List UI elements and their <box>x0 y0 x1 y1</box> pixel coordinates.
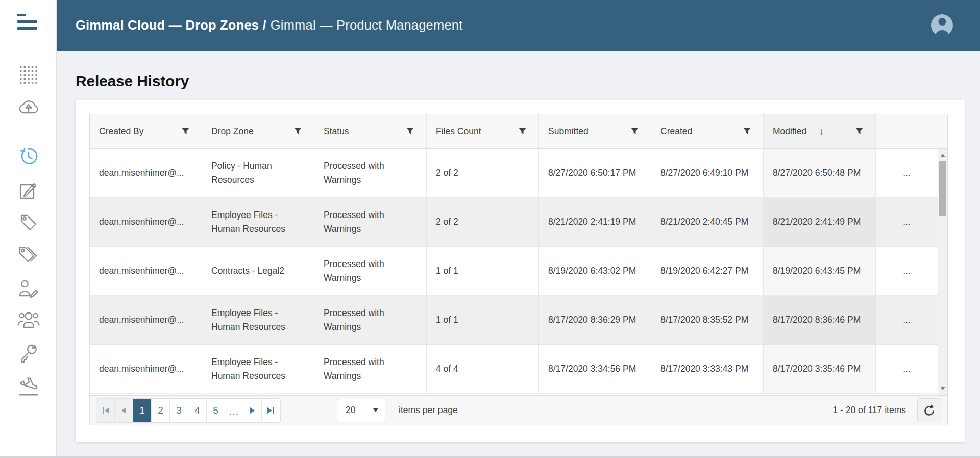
plane-landing-icon[interactable] <box>0 374 57 398</box>
cell-submitted: 8/27/2020 6:50:17 PM <box>539 149 651 197</box>
page-button-3[interactable]: 3 <box>170 399 188 422</box>
table-row[interactable]: dean.misenhimer@... Policy - Human Resou… <box>90 149 938 198</box>
page-title: Release History <box>76 73 189 90</box>
scroll-up-icon[interactable] <box>940 154 945 157</box>
cell-status: Processed with Warnings <box>314 247 427 295</box>
next-page-icon <box>250 407 255 414</box>
items-per-page-label: items per page <box>399 405 458 416</box>
cell-modified: 8/17/2020 3:35:46 PM <box>764 345 876 393</box>
top-header-bar: Gimmal Cloud — Drop Zones /Gimmal — Prod… <box>57 0 980 51</box>
column-label: Created By <box>99 126 144 137</box>
user-avatar-button[interactable] <box>931 14 953 36</box>
vertical-scrollbar[interactable] <box>938 149 947 395</box>
breadcrumb-primary: Gimmal Cloud — Drop Zones / <box>76 18 266 32</box>
cell-files-count: 2 of 2 <box>427 149 539 197</box>
cell-submitted: 8/17/2020 3:34:56 PM <box>539 345 651 393</box>
cell-created-by: dean.misenhimer@... <box>90 345 202 393</box>
column-header-status[interactable]: Status <box>314 114 427 148</box>
column-label: Submitted <box>548 126 589 137</box>
column-header-modified[interactable]: Modified ↓ <box>764 114 876 148</box>
edit-icon[interactable] <box>0 180 57 201</box>
next-page-button[interactable] <box>243 399 262 422</box>
chevron-down-icon <box>373 408 378 412</box>
column-header-created[interactable]: Created <box>651 114 764 148</box>
row-actions-button[interactable]: ... <box>876 198 938 246</box>
column-header-submitted[interactable]: Submitted <box>539 114 651 148</box>
column-header-drop-zone[interactable]: Drop Zone <box>202 114 314 148</box>
filter-icon[interactable] <box>743 128 751 135</box>
scrollbar-thumb[interactable] <box>939 161 946 216</box>
last-page-icon <box>267 407 272 414</box>
cell-modified: 8/17/2020 8:36:46 PM <box>764 296 876 344</box>
cell-created: 8/27/2020 6:49:10 PM <box>651 149 764 197</box>
history-icon[interactable] <box>0 146 57 168</box>
filter-icon[interactable] <box>294 128 302 135</box>
more-pages-button[interactable]: ... <box>225 399 243 422</box>
cell-drop-zone: Employee Files - Human Resources <box>202 198 314 246</box>
table-row[interactable]: dean.misenhimer@... Contracts - Legal2 P… <box>90 247 938 296</box>
release-history-card: Created By Drop Zone Status Files Count … <box>76 100 965 442</box>
tag-icon[interactable] <box>0 212 57 233</box>
breadcrumb: Gimmal Cloud — Drop Zones /Gimmal — Prod… <box>76 18 462 33</box>
users-icon[interactable] <box>0 310 57 330</box>
filter-icon[interactable] <box>406 128 414 135</box>
table-row[interactable]: dean.misenhimer@... Employee Files - Hum… <box>90 345 938 394</box>
filter-icon[interactable] <box>182 128 189 135</box>
cell-created: 8/19/2020 6:42:27 PM <box>651 247 764 295</box>
key-icon[interactable] <box>0 343 57 364</box>
previous-page-icon <box>121 407 126 414</box>
page-button-2[interactable]: 2 <box>152 399 170 422</box>
column-header-created-by[interactable]: Created By <box>90 114 202 148</box>
page-button-5[interactable]: 5 <box>207 399 225 422</box>
row-actions-button[interactable]: ... <box>876 296 938 344</box>
column-label: Status <box>324 126 349 137</box>
avatar-person-icon <box>938 18 946 26</box>
cell-files-count: 1 of 1 <box>427 296 539 344</box>
first-page-icon <box>105 407 109 414</box>
row-actions-button[interactable]: ... <box>876 247 938 295</box>
row-actions-button[interactable]: ... <box>876 149 938 197</box>
table-row[interactable]: dean.misenhimer@... Employee Files - Hum… <box>90 198 938 247</box>
cell-modified: 8/21/2020 2:41:49 PM <box>764 198 876 246</box>
release-history-grid: Created By Drop Zone Status Files Count … <box>89 114 948 425</box>
table-row[interactable]: dean.misenhimer@... Employee Files - Hum… <box>90 296 938 345</box>
page-button-4[interactable]: 4 <box>188 399 207 422</box>
cell-created-by: dean.misenhimer@... <box>90 198 202 246</box>
cell-submitted: 8/21/2020 2:41:19 PM <box>539 198 651 246</box>
cell-created: 8/17/2020 8:35:52 PM <box>651 296 764 344</box>
previous-page-button[interactable] <box>115 399 133 422</box>
cloud-upload-icon[interactable] <box>0 97 57 117</box>
cell-modified: 8/27/2020 6:50:48 PM <box>764 149 876 197</box>
grid-dots-icon[interactable] <box>0 65 57 85</box>
pagination-buttons: 1 2 3 4 5 ... <box>96 398 281 423</box>
grid-pager: 1 2 3 4 5 ... 20 items per page 1 - 20 o… <box>90 395 947 425</box>
cell-status: Processed with Warnings <box>314 149 427 197</box>
column-header-files-count[interactable]: Files Count <box>427 114 539 148</box>
first-page-button[interactable] <box>96 399 115 422</box>
page-range-label: 1 - 20 of 117 items <box>832 405 906 416</box>
sidebar <box>0 0 57 456</box>
filter-icon[interactable] <box>519 128 526 135</box>
breadcrumb-secondary: Gimmal — Product Management <box>271 18 463 32</box>
page-button-1[interactable]: 1 <box>133 399 152 422</box>
refresh-button[interactable] <box>917 398 941 422</box>
row-actions-button[interactable]: ... <box>876 345 938 393</box>
filter-icon[interactable] <box>855 128 863 135</box>
page-size-select[interactable]: 20 <box>337 399 385 422</box>
bottom-edge-strip <box>0 456 980 458</box>
page-size-value: 20 <box>346 405 355 416</box>
user-edit-icon[interactable] <box>0 278 57 299</box>
tags-icon[interactable] <box>0 245 57 266</box>
cell-drop-zone: Employee Files - Human Resources <box>202 296 314 344</box>
cell-files-count: 4 of 4 <box>427 345 539 393</box>
filter-icon[interactable] <box>631 128 639 135</box>
menu-icon[interactable] <box>17 14 37 30</box>
sort-desc-icon: ↓ <box>819 126 824 136</box>
cell-drop-zone: Contracts - Legal2 <box>202 247 314 295</box>
cell-status: Processed with Warnings <box>314 198 427 246</box>
cell-drop-zone: Employee Files - Human Resources <box>202 345 314 393</box>
grid-header-row: Created By Drop Zone Status Files Count … <box>90 114 947 149</box>
refresh-icon <box>923 404 936 417</box>
scroll-down-icon[interactable] <box>940 387 945 390</box>
last-page-button[interactable] <box>262 399 280 422</box>
